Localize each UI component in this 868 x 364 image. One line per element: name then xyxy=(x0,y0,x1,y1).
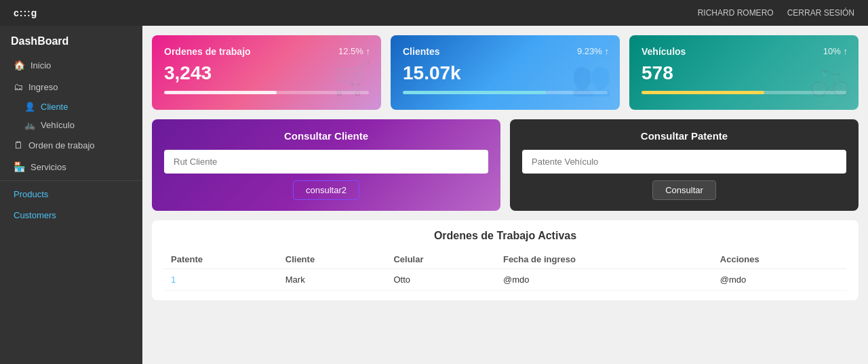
user-icon: 👤 xyxy=(24,102,35,112)
stat-clientes-bar-fill xyxy=(403,91,546,94)
col-cliente: Cliente xyxy=(279,250,387,269)
consult-row: Consultar Cliente consultar2 Consultar P… xyxy=(152,119,859,211)
sidebar-item-label-orden: Orden de trabajo xyxy=(28,140,95,150)
sidebar-title: DashBoard xyxy=(0,26,142,54)
sidebar-item-label-servicios: Servicios xyxy=(31,162,66,172)
sidebar-divider xyxy=(0,180,142,181)
consult-patente-button[interactable]: Consultar xyxy=(652,180,716,200)
stat-card-clientes: Clientes 15.07k 9.23% ↑ 👥 xyxy=(391,35,620,110)
stat-ordenes-bar-fill xyxy=(164,91,277,94)
logout-button[interactable]: CERRAR SESIÓN xyxy=(787,8,854,18)
order-icon: 🗒 xyxy=(14,140,23,150)
topbar: c:::g RICHARD ROMERO CERRAR SESIÓN xyxy=(0,0,868,26)
stat-vehiculos-bar-fill xyxy=(642,91,764,94)
consult-card-patente: Consultar Patente Consultar xyxy=(510,119,859,211)
ingreso-icon: 🗂 xyxy=(14,81,23,92)
table-row: 1 Mark Otto @mdo @mdo xyxy=(164,269,846,291)
stat-card-ordenes: Ordenes de trabajo 3,243 12.5% ↑ 🛒 xyxy=(152,35,381,110)
sidebar-item-servicios[interactable]: 🏪 Servicios xyxy=(0,156,142,178)
stat-clientes-change: 9.23% ↑ xyxy=(577,46,609,56)
sidebar-link-products[interactable]: Products xyxy=(0,184,142,205)
table-header-row: Patente Cliente Celular Fecha de ingreso… xyxy=(164,250,846,269)
table-section: Ordenes de Trabajo Activas Patente Clien… xyxy=(152,220,859,300)
sidebar-item-label-vehiculo: Vehículo xyxy=(41,120,75,130)
main-content: Ordenes de trabajo 3,243 12.5% ↑ 🛒 Clien… xyxy=(142,26,868,364)
cell-patente[interactable]: 1 xyxy=(164,269,279,291)
col-acciones: Acciones xyxy=(713,250,846,269)
table-head: Patente Cliente Celular Fecha de ingreso… xyxy=(164,250,846,269)
consult-patente-title: Consultar Patente xyxy=(522,130,846,142)
sidebar-item-label-cliente: Cliente xyxy=(41,102,68,112)
cell-celular: Otto xyxy=(387,269,496,291)
ordenes-table: Patente Cliente Celular Fecha de ingreso… xyxy=(164,250,846,291)
stat-ordenes-change: 12.5% ↑ xyxy=(338,46,370,56)
ordenes-bg-icon: 🛒 xyxy=(332,60,373,98)
consult-cliente-button[interactable]: consultar2 xyxy=(293,180,359,200)
sidebar-item-inicio[interactable]: 🏠 Inicio xyxy=(0,54,142,76)
sidebar-item-orden[interactable]: 🗒 Orden de trabajo xyxy=(0,134,142,156)
app-logo: c:::g xyxy=(14,7,37,18)
sidebar-item-ingreso[interactable]: 🗂 Ingreso xyxy=(0,76,142,98)
col-fecha: Fecha de ingreso xyxy=(496,250,713,269)
consult-cliente-title: Consultar Cliente xyxy=(164,130,488,142)
col-patente: Patente xyxy=(164,250,279,269)
table-title: Ordenes de Trabajo Activas xyxy=(164,230,846,242)
services-icon: 🏪 xyxy=(14,161,25,172)
vehicle-icon: 🚲 xyxy=(24,120,35,130)
stat-vehiculos-change: 10% ↑ xyxy=(823,46,848,56)
col-celular: Celular xyxy=(387,250,496,269)
vehiculos-bg-icon: 🚲 xyxy=(810,60,850,98)
stat-vehiculos-title: Vehículos xyxy=(642,46,846,57)
sidebar-item-vehiculo[interactable]: 🚲 Vehículo xyxy=(0,116,142,134)
stat-card-vehiculos: Vehículos 578 10% ↑ 🚲 xyxy=(629,35,859,110)
sidebar: DashBoard 🏠 Inicio 🗂 Ingreso 👤 Cliente 🚲… xyxy=(0,26,142,364)
cell-fecha: @mdo xyxy=(496,269,713,291)
clientes-bg-icon: 👥 xyxy=(571,60,612,98)
sidebar-link-customers[interactable]: Customers xyxy=(0,205,142,226)
cell-acciones: @mdo xyxy=(713,269,846,291)
sidebar-item-label-ingreso: Ingreso xyxy=(28,82,58,92)
sidebar-item-cliente[interactable]: 👤 Cliente xyxy=(0,98,142,116)
layout: DashBoard 🏠 Inicio 🗂 Ingreso 👤 Cliente 🚲… xyxy=(0,26,868,364)
home-icon: 🏠 xyxy=(14,60,25,70)
table-body: 1 Mark Otto @mdo @mdo xyxy=(164,269,846,291)
cell-cliente: Mark xyxy=(279,269,387,291)
consult-patente-input[interactable] xyxy=(522,150,846,174)
consult-card-cliente: Consultar Cliente consultar2 xyxy=(152,119,500,211)
sidebar-item-label-inicio: Inicio xyxy=(31,60,51,70)
topbar-user: RICHARD ROMERO xyxy=(698,8,774,18)
consult-cliente-input[interactable] xyxy=(164,150,488,174)
stat-cards-row: Ordenes de trabajo 3,243 12.5% ↑ 🛒 Clien… xyxy=(152,35,859,110)
